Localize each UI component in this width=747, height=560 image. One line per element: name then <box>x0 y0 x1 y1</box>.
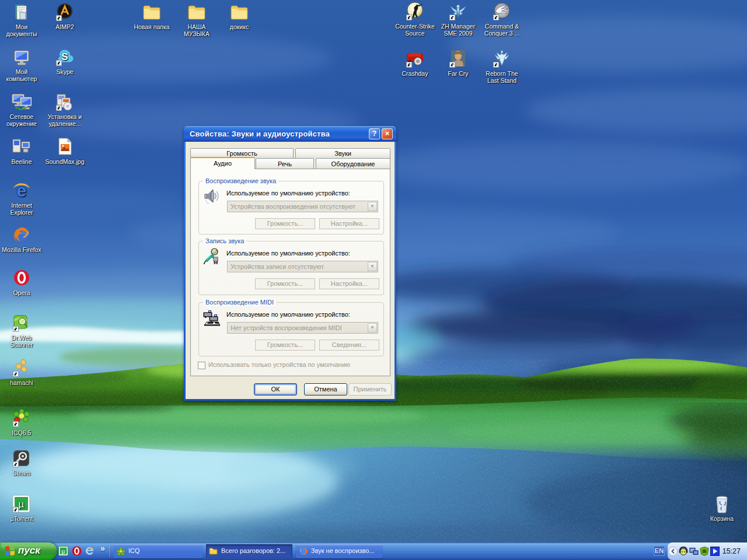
svg-text:S: S <box>61 51 68 62</box>
svg-text:µ: µ <box>19 499 25 510</box>
svg-text:µ: µ <box>62 548 65 555</box>
